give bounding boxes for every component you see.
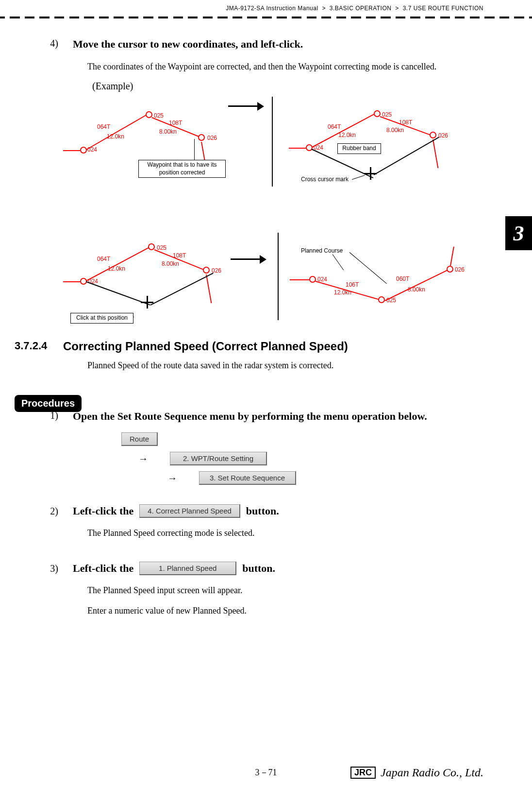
rubber-band-line (150, 273, 214, 305)
menu-navigation: Route → 2. WPT/Route Setting → 3. Set Ro… (121, 432, 483, 485)
route-segment (86, 246, 151, 281)
menu-button-planned-speed[interactable]: 1. Planned Speed (139, 562, 236, 575)
waypoint-026 (198, 134, 205, 141)
waypoint-024 (306, 144, 313, 151)
cross-cursor-icon (141, 296, 153, 308)
menu-button-wpt-route-setting[interactable]: 2. WPT/Route Setting (170, 452, 267, 465)
flow-arrow-icon (231, 258, 260, 260)
heading-label: 064T (328, 123, 341, 130)
route-segment (63, 150, 80, 151)
waypoint-026 (430, 132, 436, 138)
step-title: Open the Set Route Sequence menu by perf… (73, 410, 483, 423)
footer-logo: JRC Japan Radio Co., Ltd. (350, 766, 483, 779)
procedure-step-4: 4) Move the cursor to new coordinates, a… (15, 38, 483, 51)
section-number: 3.7.2.4 (15, 340, 63, 353)
step-text-post: button. (246, 505, 279, 517)
step-body: The coordinates of the Waypoint are corr… (87, 60, 483, 73)
annotation-click-position: Click at this position (70, 313, 133, 324)
heading-label: 064T (97, 123, 110, 130)
step-title: Move the cursor to new coordinates, and … (73, 38, 483, 51)
divider (0, 17, 532, 18)
wp-label-026: 026 (455, 266, 465, 273)
chapter-side-tab: 3 (505, 216, 532, 250)
manual-title: JMA-9172-SA Instruction Manual (226, 5, 318, 12)
example-label: (Example) (92, 81, 483, 92)
step-text-post: button. (242, 562, 275, 575)
divider (272, 97, 273, 187)
arrow-icon: → (136, 453, 150, 464)
annotation-rubber-band: Rubber band (337, 143, 381, 154)
waypoint-025 (146, 111, 152, 118)
company-name: Japan Radio Co., Ltd. (381, 766, 483, 779)
step-number: 4) (15, 38, 73, 51)
speed-label: 8.00kn (162, 260, 179, 267)
breadcrumb: JMA-9172-SA Instruction Manual > 3.BASIC… (0, 0, 532, 14)
procedure-step-2: 2) Left-click the 4. Correct Planned Spe… (15, 504, 483, 518)
procedure-step-3: 3) Left-click the 1. Planned Speed butto… (15, 562, 483, 575)
step-number: 3) (15, 563, 73, 574)
section-body: Planned Speed of the route data saved in… (87, 360, 483, 371)
speed-label: 8.00kn (386, 127, 404, 134)
heading-label: 106T (346, 281, 359, 288)
annotation-line (349, 252, 387, 284)
step-body: The Planned Speed correcting mode is sel… (87, 527, 483, 540)
menu-button-route[interactable]: Route (121, 432, 158, 446)
speed-label: 12.0kn (108, 265, 125, 272)
heading-label: 060T (396, 275, 409, 282)
jrc-logo: JRC (350, 767, 376, 779)
waypoint-024 (80, 278, 87, 285)
route-segment (86, 114, 148, 150)
route-segment (206, 274, 212, 303)
speed-label: 8.00kn (159, 128, 177, 135)
flow-arrow-icon (228, 105, 257, 107)
chapter-title: 3.BASIC OPERATION (330, 5, 392, 12)
annotation-waypoint: Waypoint that is to have its position co… (138, 160, 226, 178)
wp-label-026: 026 (207, 135, 217, 141)
annotation-planned-course: Planned Course (301, 247, 343, 254)
menu-button-correct-planned-speed[interactable]: 4. Correct Planned Speed (139, 504, 240, 518)
section-heading: Correcting Planned Speed (Correct Planne… (63, 340, 483, 353)
wp-label-026: 026 (438, 132, 448, 139)
step-text-pre: Left-click the (73, 562, 133, 575)
route-segment (312, 114, 375, 148)
step-text-pre: Left-click the (73, 505, 133, 517)
route-segment (432, 139, 438, 168)
annotation-line (133, 317, 134, 317)
waypoint-025 (374, 110, 381, 117)
route-segment (289, 148, 306, 149)
section-title: 3.7 USE ROUTE FUNCTION (403, 5, 483, 12)
step-body: The Planned Speed input screen will appe… (87, 584, 483, 597)
step-body: Enter a numeric value of new Planned Spe… (87, 604, 483, 617)
annotation-line (352, 175, 365, 180)
procedures-badge: Procedures (15, 395, 82, 412)
waypoint-025 (148, 243, 155, 250)
section-3724-header: 3.7.2.4 Correcting Planned Speed (Correc… (15, 340, 483, 353)
route-segment (450, 246, 454, 266)
wp-label-025: 025 (157, 244, 166, 251)
example-diagram-row1: 024 064T 12.0kn 025 108T 8.00kn 026 Wayp… (63, 97, 483, 228)
waypoint-026 (203, 267, 210, 274)
route-segment (385, 270, 449, 301)
breadcrumb-sep: > (322, 5, 326, 12)
divider (278, 233, 279, 320)
step-number: 2) (15, 506, 73, 517)
step-number: 1) (15, 410, 73, 423)
speed-label: 12.0kn (338, 132, 356, 138)
route-segment (63, 281, 80, 282)
waypoint-024 (80, 147, 87, 154)
annotation-cross-cursor: Cross cursor mark (301, 176, 349, 183)
route-segment (290, 279, 309, 280)
heading-label: 064T (97, 256, 110, 262)
waypoint-025 (378, 296, 385, 303)
procedure-step-1: 1) Open the Set Route Sequence menu by p… (15, 410, 483, 423)
example-diagram-row2: 024 064T 12.0kn 025 108T 8.00kn 026 Clic… (63, 233, 483, 320)
arrow-icon: → (165, 473, 180, 484)
breadcrumb-sep: > (395, 5, 399, 12)
rubber-band-line (374, 137, 439, 175)
annotation-line (332, 254, 344, 270)
menu-button-set-route-sequence[interactable]: 3. Set Route Sequence (199, 471, 296, 485)
speed-label: 12.0kn (334, 289, 351, 296)
waypoint-026 (447, 266, 453, 273)
page-number: 3－71 (255, 767, 277, 778)
annotation-line (194, 139, 195, 160)
